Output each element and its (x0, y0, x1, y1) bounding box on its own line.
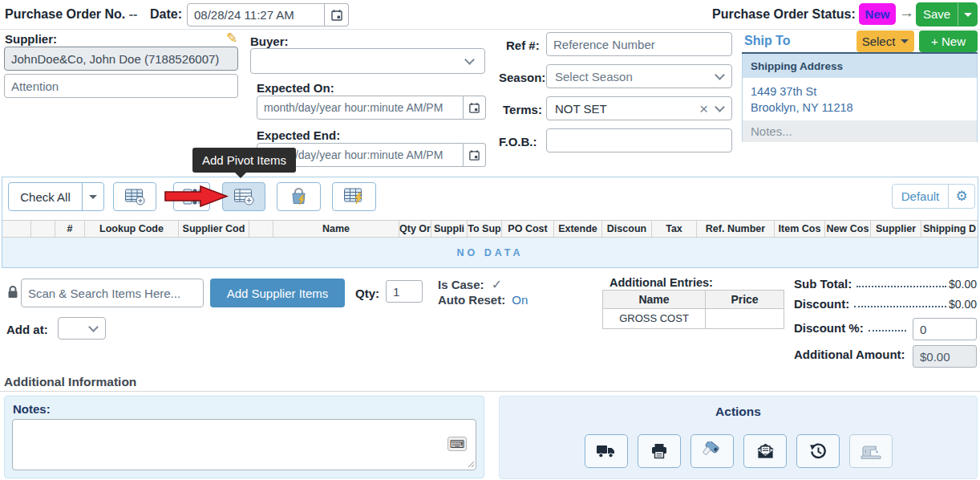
purchase-order-page: Purchase Order No. -- Date: Purchase Ord… (0, 0, 980, 480)
supplier-value-input[interactable] (4, 47, 238, 71)
add-at-label: Add at: (6, 323, 48, 336)
po-number-title: Purchase Order No. -- (5, 7, 137, 22)
table-row[interactable]: GROSS COST (603, 309, 784, 328)
print-action-button[interactable] (638, 434, 681, 468)
ship-to-select-label: Select (862, 35, 896, 48)
check-all-button[interactable]: Check All (9, 183, 82, 210)
ship-to-card: Shipping Address 1449 37th St Brooklyn, … (742, 54, 978, 142)
season-select[interactable]: Select Season (546, 64, 732, 88)
check-icon: ✓ (492, 278, 502, 291)
default-layout-button[interactable]: Default (893, 185, 948, 208)
is-case-row: Is Case: ✓ (438, 277, 502, 292)
grid-col-lookup-code[interactable]: Lookup Code (85, 221, 179, 237)
top-divider (0, 29, 980, 30)
add-at-select[interactable] (58, 317, 106, 340)
grid-col-qty-ordered[interactable]: Qty Or (399, 221, 431, 237)
check-all-dropdown-caret[interactable] (82, 183, 103, 210)
supplier-attention-input[interactable] (4, 74, 238, 98)
shipping-address: 1449 37th St Brooklyn, NY 11218 (743, 78, 977, 120)
auto-reset-value[interactable]: On (512, 293, 528, 307)
dot-leader (856, 286, 946, 287)
ae-row-price[interactable] (706, 309, 784, 328)
discount-pct-input[interactable] (913, 318, 977, 340)
ref-input[interactable] (546, 32, 732, 56)
ship-to-new-button[interactable]: + New (919, 31, 978, 52)
add-items-table-button[interactable] (113, 182, 156, 211)
resize-handle-icon[interactable] (468, 461, 475, 468)
date-calendar-button[interactable] (325, 3, 349, 26)
grid-col-new-cost[interactable]: New Cos (825, 221, 871, 237)
discount-line: Discount: $0.00 (794, 297, 977, 311)
sewing-action-button[interactable] (849, 434, 893, 468)
additional-amount-input[interactable] (913, 345, 977, 368)
quick-table-button[interactable] (332, 182, 376, 211)
grid-col-index[interactable]: # (55, 221, 85, 237)
additional-entries-table: Name Price GROSS COST (602, 290, 784, 329)
expected-end-calendar-button[interactable] (464, 143, 486, 167)
save-dropdown-caret[interactable] (958, 13, 978, 17)
grid-col-supplier[interactable]: Supplier (871, 221, 921, 237)
keyboard-icon[interactable]: ⌨ (447, 437, 467, 451)
ref-label: Ref #: (506, 39, 540, 52)
supplier-edit-icon[interactable]: ✎ (226, 30, 237, 47)
terms-clear-icon[interactable]: × (699, 101, 708, 116)
dropdown-caret-icon (901, 39, 909, 43)
chevron-down-icon (464, 55, 475, 65)
buyer-select[interactable] (250, 48, 485, 74)
ship-action-button[interactable] (585, 434, 628, 468)
grid-col-name[interactable]: Name (273, 221, 399, 237)
grid-col-select[interactable] (2, 221, 31, 237)
grid-col-discount[interactable]: Discoun (602, 221, 652, 237)
additional-entries-header: Name Price (603, 291, 784, 309)
history-action-button[interactable] (796, 434, 840, 468)
qty-input[interactable] (386, 280, 423, 303)
save-button[interactable]: Save (916, 2, 978, 26)
status-arrow-icon: → (899, 4, 914, 22)
shipping-address-header: Shipping Address (743, 54, 977, 78)
subtotal-label: Sub Total: (794, 277, 852, 291)
is-case-label: Is Case: (438, 278, 484, 291)
subtotal-value: $0.00 (949, 278, 977, 291)
grid-col-extended[interactable]: Extende (554, 221, 602, 237)
expected-on-calendar-button[interactable] (464, 96, 486, 120)
fob-input[interactable] (546, 128, 732, 153)
date-input[interactable] (187, 3, 325, 26)
chevron-down-icon (715, 102, 725, 112)
grid-col-po-cost[interactable]: PO Cost (502, 221, 554, 237)
email-open-icon (756, 443, 775, 460)
scan-search-input[interactable] (21, 279, 204, 307)
additional-information-title: Additional Information (4, 375, 136, 389)
po-number-label: Purchase Order No. (5, 7, 125, 21)
printer-icon (650, 443, 668, 460)
add-supplier-items-button[interactable]: Add Supplier Items (210, 279, 345, 307)
subtotal-line: Sub Total: $0.00 (794, 277, 977, 291)
ship-to-select-button[interactable]: Select (856, 31, 914, 52)
notes-panel: Notes: ⌨ (4, 396, 484, 478)
grid-col-shipping-date[interactable]: Shipping D (921, 221, 978, 237)
terms-select[interactable]: NOT SET × (546, 96, 732, 120)
ship-to-notes-field[interactable]: Notes... (743, 120, 977, 142)
grid-col-ref-number[interactable]: Ref. Number (697, 221, 775, 237)
calendar-icon (330, 9, 343, 22)
auto-reset-row: Auto Reset: On (438, 293, 528, 307)
notes-label: Notes: (13, 402, 484, 416)
gear-icon[interactable]: ⚙ (948, 185, 974, 208)
label-action-button[interactable] (690, 434, 734, 468)
actions-panel: Actions (499, 396, 978, 479)
grid-col-tax[interactable]: Tax (652, 221, 697, 237)
add-bag-items-button[interactable] (277, 182, 321, 211)
date-input-group (187, 3, 349, 26)
add-pivot-items-button[interactable] (222, 182, 265, 211)
grid-col-supplier-qty[interactable]: Suppli (431, 221, 468, 237)
notes-textarea[interactable] (12, 419, 476, 470)
dot-leader (854, 306, 946, 307)
email-action-button[interactable] (743, 434, 787, 468)
layout-split-button: Default ⚙ (892, 184, 975, 209)
grid-col-to-supply[interactable]: To Sup (468, 221, 502, 237)
grid-col-supplier-code[interactable]: Supplier Cod (179, 221, 249, 237)
address-line-2: Brooklyn, NY 11218 (751, 100, 969, 116)
expected-on-input[interactable] (257, 96, 464, 120)
qty-label: Qty: (355, 287, 379, 300)
grid-col-item-cost[interactable]: Item Cos (775, 221, 825, 237)
expected-on-group (257, 96, 486, 120)
